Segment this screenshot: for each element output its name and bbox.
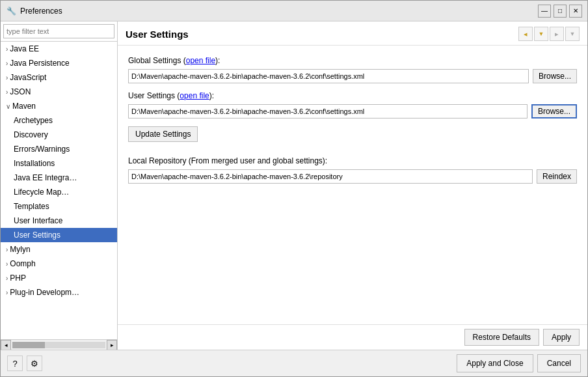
settings-button[interactable]: ⚙ <box>27 356 42 371</box>
scroll-left-button[interactable]: ◂ <box>1 340 11 350</box>
bottom-bar: ? ⚙ Apply and Close Cancel <box>1 350 587 376</box>
nav-fwd-button[interactable]: ▸ <box>550 27 564 41</box>
sidebar-item-label: Java EE <box>10 44 39 53</box>
sidebar-item-java-persistence[interactable]: › Java Persistence <box>1 56 117 70</box>
scroll-thumb[interactable] <box>12 342 45 348</box>
sidebar-item-user-interface[interactable]: User Interface <box>1 214 117 228</box>
panel-actions: Restore Defaults Apply <box>118 324 587 350</box>
sidebar-item-oomph[interactable]: › Oomph <box>1 257 117 271</box>
sidebar-item-installations[interactable]: Installations <box>1 156 117 171</box>
tree-area: › Java EE › Java Persistence › JavaScrip… <box>1 42 117 339</box>
user-settings-link[interactable]: open file <box>180 91 209 100</box>
global-settings-prefix: Global Settings ( <box>128 56 186 65</box>
bottom-right: Apply and Close Cancel <box>457 354 581 372</box>
maximize-button[interactable]: □ <box>554 5 567 18</box>
window-controls: — □ ✕ <box>538 5 582 18</box>
sidebar-item-java-ee[interactable]: › Java EE <box>1 42 117 56</box>
sidebar-item-label: Lifecycle Map… <box>14 188 69 197</box>
sidebar-item-label: Plug-in Developm… <box>10 288 79 297</box>
arrow-icon: › <box>6 289 8 296</box>
sidebar-item-label: Oomph <box>10 259 35 268</box>
sidebar-item-label: Installations <box>14 159 55 168</box>
local-repo-section: Local Repository (From merged user and g… <box>128 156 577 184</box>
arrow-icon: › <box>6 46 8 53</box>
user-settings-row: Browse... <box>128 104 577 119</box>
arrow-icon: › <box>6 74 8 81</box>
panel-header: User Settings ◂ ▼ ▸ ▼ <box>118 21 587 46</box>
global-browse-button[interactable]: Browse... <box>533 69 577 83</box>
sidebar-item-templates[interactable]: Templates <box>1 199 117 214</box>
window-title: Preferences <box>20 7 538 16</box>
user-settings-prefix: User Settings ( <box>128 91 180 100</box>
local-repo-label: Local Repository (From merged user and g… <box>128 156 577 165</box>
arrow-icon: › <box>6 275 8 282</box>
sidebar-item-label: Java Persistence <box>10 59 69 68</box>
sidebar-item-archetypes[interactable]: Archetypes <box>1 113 117 128</box>
sidebar-item-label: Archetypes <box>14 116 53 125</box>
restore-defaults-button[interactable]: Restore Defaults <box>464 329 539 346</box>
sidebar: › Java EE › Java Persistence › JavaScrip… <box>1 21 118 350</box>
user-browse-button[interactable]: Browse... <box>531 104 577 119</box>
user-settings-label: User Settings (open file): <box>128 91 577 100</box>
arrow-icon: › <box>6 260 8 268</box>
nav-back-button[interactable]: ◂ <box>518 27 533 41</box>
sidebar-item-label: PHP <box>10 273 26 283</box>
nav-buttons: ◂ ▼ ▸ ▼ <box>518 27 580 41</box>
scroll-right-button[interactable]: ▸ <box>107 340 117 350</box>
sidebar-item-user-settings[interactable]: User Settings <box>1 228 117 242</box>
global-settings-suffix: ): <box>215 56 220 65</box>
user-settings-input[interactable] <box>128 104 528 119</box>
sidebar-item-label: Discovery <box>14 130 48 139</box>
sidebar-item-label: User Interface <box>14 216 62 225</box>
cancel-button[interactable]: Cancel <box>537 354 581 372</box>
user-settings-suffix: ): <box>209 91 214 100</box>
apply-close-button[interactable]: Apply and Close <box>457 354 533 372</box>
title-bar: 🔧 Preferences — □ ✕ <box>1 1 587 21</box>
minimize-button[interactable]: — <box>538 5 551 18</box>
preferences-window: 🔧 Preferences — □ ✕ › Java EE › <box>0 0 588 377</box>
sidebar-item-json[interactable]: › JSON <box>1 85 117 99</box>
sidebar-item-java-ee-integra[interactable]: Java EE Integra… <box>1 171 117 185</box>
filter-box <box>1 21 117 42</box>
sidebar-item-label: Templates <box>14 202 49 211</box>
reindex-button[interactable]: Reindex <box>537 169 577 184</box>
local-repo-row: Reindex <box>128 169 577 184</box>
local-repo-input[interactable] <box>128 169 533 184</box>
global-settings-link[interactable]: open file <box>186 56 215 65</box>
main-content: › Java EE › Java Persistence › JavaScrip… <box>1 21 587 350</box>
sidebar-item-label: Mylyn <box>10 245 30 254</box>
bottom-left: ? ⚙ <box>7 356 42 371</box>
sidebar-scrollbar: ◂ ▸ <box>1 339 117 350</box>
panel-body: Global Settings (open file): Browse... U… <box>118 46 587 324</box>
sidebar-item-discovery[interactable]: Discovery <box>1 128 117 142</box>
window-icon: 🔧 <box>6 6 16 16</box>
close-button[interactable]: ✕ <box>569 5 582 18</box>
arrow-icon: › <box>6 60 8 67</box>
sidebar-item-label: Java EE Integra… <box>14 173 77 182</box>
sidebar-item-plugin-develop[interactable]: › Plug-in Developm… <box>1 285 117 300</box>
filter-input[interactable] <box>3 24 114 38</box>
sidebar-item-label: JSON <box>10 87 31 96</box>
arrow-icon: › <box>6 246 8 253</box>
apply-right-button[interactable]: Apply <box>543 329 580 346</box>
update-settings-button[interactable]: Update Settings <box>128 126 198 142</box>
nav-fwd-dropdown[interactable]: ▼ <box>565 27 580 41</box>
sidebar-item-label: Maven <box>12 102 36 111</box>
sidebar-item-mylyn[interactable]: › Mylyn <box>1 242 117 257</box>
global-settings-row: Browse... <box>128 69 577 83</box>
sidebar-item-errors-warnings[interactable]: Errors/Warnings <box>1 142 117 156</box>
global-settings-label: Global Settings (open file): <box>128 56 577 65</box>
global-settings-input[interactable] <box>128 69 529 83</box>
nav-back-dropdown[interactable]: ▼ <box>534 27 548 41</box>
sidebar-item-maven[interactable]: ∨ Maven <box>1 99 117 113</box>
sidebar-item-label: User Settings <box>14 230 60 240</box>
sidebar-item-label: JavaScript <box>10 73 46 82</box>
sidebar-item-label: Errors/Warnings <box>14 145 70 154</box>
scroll-track <box>12 342 105 348</box>
sidebar-item-php[interactable]: › PHP <box>1 271 117 285</box>
sidebar-item-javascript[interactable]: › JavaScript <box>1 70 117 85</box>
right-panel: User Settings ◂ ▼ ▸ ▼ Global Settings (o… <box>118 21 587 350</box>
sidebar-item-lifecycle-map[interactable]: Lifecycle Map… <box>1 185 117 199</box>
help-button[interactable]: ? <box>7 356 23 371</box>
arrow-icon: › <box>6 89 8 96</box>
